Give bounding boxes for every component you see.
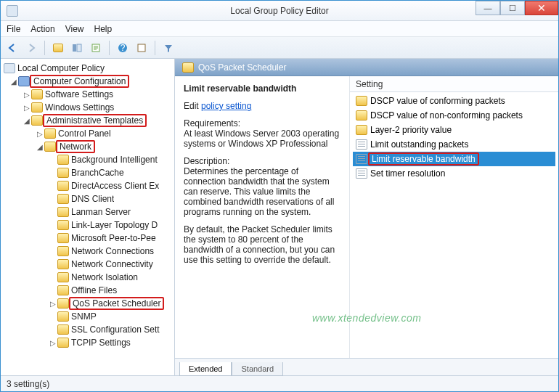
description-text: Determines the percentage of connection …	[184, 166, 340, 217]
tree-item-control-panel[interactable]: ▷ Control Panel	[1, 127, 174, 140]
tree-item[interactable]: ▷TCPIP Settings	[1, 336, 174, 349]
content-title: QoS Packet Scheduler	[198, 62, 286, 73]
tree-item[interactable]: Network Connections	[1, 245, 174, 258]
show-hide-tree-button[interactable]	[68, 39, 86, 57]
tree-item[interactable]: BranchCache	[1, 166, 174, 179]
expand-icon[interactable]: ▷	[49, 339, 57, 347]
tree-label: Network Isolation	[71, 272, 138, 282]
folder-icon	[44, 142, 56, 152]
folder-icon	[57, 311, 69, 322]
close-button[interactable]: ✕	[525, 1, 558, 15]
tree-item[interactable]: Lanman Server	[1, 205, 174, 219]
tree-label: Local Computer Policy	[17, 63, 105, 73]
setting-label: Limit outstanding packets	[370, 139, 468, 150]
svg-rect-5	[138, 44, 145, 52]
content-header: QoS Packet Scheduler	[175, 59, 558, 76]
expand-icon[interactable]: ▷	[23, 91, 31, 99]
status-bar: 3 setting(s)	[1, 375, 558, 391]
minimize-button[interactable]: —	[476, 1, 500, 15]
description-label: Description:	[184, 156, 340, 166]
expand-icon[interactable]: ▷	[49, 300, 57, 308]
settings-row[interactable]: Set timer resolution	[353, 166, 555, 181]
tree-label: BranchCache	[71, 168, 124, 178]
description-text-2: By default, the Packet Scheduler limits …	[184, 224, 340, 265]
tree-label: Network	[60, 142, 91, 152]
tree-label: Windows Settings	[45, 102, 114, 113]
tree-item-computer-configuration[interactable]: ◢ Computer Configuration	[1, 75, 174, 88]
tab-standard[interactable]: Standard	[232, 362, 283, 376]
toolbar-separator	[44, 41, 45, 55]
setting-label: Limit reservable bandwidth	[372, 154, 476, 164]
menu-help[interactable]: Help	[94, 24, 113, 34]
folder-icon	[57, 285, 69, 295]
collapse-icon[interactable]: ◢	[36, 143, 44, 151]
tree-item[interactable]: Background Intelligent	[1, 153, 174, 166]
computer-icon	[18, 76, 30, 86]
requirements-text: At least Windows Server 2003 operating s…	[184, 128, 340, 149]
settings-row[interactable]: Limit outstanding packets	[353, 137, 555, 152]
up-button[interactable]	[49, 39, 67, 57]
export-button[interactable]	[87, 39, 105, 57]
tree-item[interactable]: Link-Layer Topology D	[1, 219, 174, 232]
folder-icon	[57, 272, 69, 282]
folder-icon	[57, 233, 69, 243]
tree-item[interactable]: Microsoft Peer-to-Pee	[1, 232, 174, 245]
tab-extended[interactable]: Extended	[179, 362, 232, 376]
menu-action[interactable]: Action	[30, 24, 54, 34]
svg-text:?: ?	[121, 43, 126, 53]
tree-item[interactable]: SSL Configuration Sett	[1, 323, 174, 336]
body: Local Computer Policy ◢ Computer Configu…	[1, 59, 558, 375]
filter-button[interactable]	[160, 39, 177, 57]
folder-icon	[57, 298, 69, 309]
setting-title: Limit reservable bandwidth	[184, 83, 340, 94]
collapse-icon[interactable]: ◢	[23, 117, 31, 125]
folder-icon	[356, 110, 367, 121]
forward-button[interactable]	[23, 39, 40, 57]
collapse-icon[interactable]: ◢	[9, 78, 18, 86]
svg-rect-1	[77, 44, 81, 52]
tree-item[interactable]: Network Connectivity	[1, 258, 174, 271]
menubar: File Action View Help	[1, 21, 558, 37]
tree-label: Network Connectivity	[71, 259, 153, 269]
folder-icon	[182, 62, 194, 73]
tree-item[interactable]: SNMP	[1, 310, 174, 323]
properties-button[interactable]	[133, 39, 150, 57]
back-button[interactable]	[4, 39, 21, 57]
tree-item-administrative-templates[interactable]: ◢ Administrative Templates	[1, 114, 174, 127]
settings-row[interactable]: DSCP value of conforming packets	[353, 94, 555, 108]
tree-item-windows-settings[interactable]: ▷ Windows Settings	[1, 101, 174, 114]
tree-label: Computer Configuration	[33, 76, 126, 86]
tree-item-software-settings[interactable]: ▷ Software Settings	[1, 88, 174, 101]
titlebar: Local Group Policy Editor — ☐ ✕	[1, 1, 558, 21]
expand-icon[interactable]: ▷	[23, 104, 31, 112]
tree-label: SSL Configuration Sett	[71, 324, 160, 335]
tree-root[interactable]: Local Computer Policy	[1, 62, 174, 75]
maximize-button[interactable]: ☐	[500, 1, 525, 15]
settings-row[interactable]: Limit reservable bandwidth	[353, 152, 555, 166]
tree-item[interactable]: ▷QoS Packet Scheduler	[1, 297, 174, 310]
tree-item[interactable]: DNS Client	[1, 192, 174, 205]
tree-item[interactable]: Network Isolation	[1, 271, 174, 284]
folder-icon	[57, 324, 69, 335]
tree-label: QoS Packet Scheduler	[73, 298, 160, 309]
tree-pane[interactable]: Local Computer Policy ◢ Computer Configu…	[1, 59, 175, 375]
settings-list[interactable]: DSCP value of conforming packetsDSCP val…	[350, 92, 558, 358]
tree-item[interactable]: DirectAccess Client Ex	[1, 179, 174, 192]
folder-icon	[31, 115, 43, 126]
edit-policy-link[interactable]: policy setting	[201, 101, 251, 111]
menu-view[interactable]: View	[65, 24, 84, 34]
tree-label: Offline Files	[71, 285, 117, 295]
column-header-setting[interactable]: Setting	[350, 76, 558, 92]
menu-file[interactable]: File	[7, 24, 20, 34]
tree-label: Microsoft Peer-to-Pee	[71, 233, 156, 243]
expand-icon[interactable]: ▷	[36, 130, 44, 138]
tree-item[interactable]: Offline Files	[1, 284, 174, 297]
window-buttons: — ☐ ✕	[476, 1, 558, 15]
toolbar: ?	[1, 37, 558, 59]
settings-row[interactable]: Layer-2 priority value	[353, 123, 555, 137]
folder-icon	[57, 207, 69, 217]
toolbar-separator	[155, 41, 155, 55]
settings-row[interactable]: DSCP value of non-conforming packets	[353, 108, 555, 123]
tree-item-network[interactable]: ◢ Network	[1, 140, 174, 153]
help-button[interactable]: ?	[114, 39, 131, 57]
